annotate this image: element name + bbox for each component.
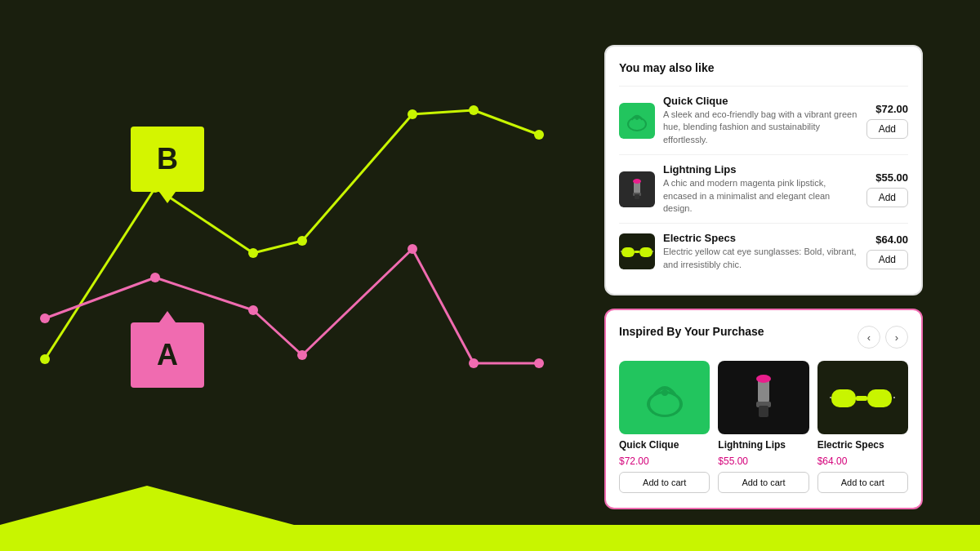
panel-inspired-title: Inspired By Your Purchase xyxy=(619,325,764,338)
panels-container: You may also like Quick Clique A sleek a… xyxy=(604,45,923,509)
next-arrow[interactable]: › xyxy=(885,326,908,349)
card-name-lightning-lips: Lightning Lips xyxy=(718,439,808,451)
product-info-lightning-lips: Lightning Lips A chic and modern magenta… xyxy=(663,163,858,215)
svg-point-27 xyxy=(650,393,679,415)
product-row-electric-specs: Electric Specs Electric yellow cat eye s… xyxy=(619,223,908,279)
panel-also-like: You may also like Quick Clique A sleek a… xyxy=(604,45,923,295)
product-info-electric-specs: Electric Specs Electric yellow cat eye s… xyxy=(663,232,858,271)
cards-row: Quick Clique $72.00 Add to cart Lightnin… xyxy=(619,361,908,493)
prev-arrow[interactable]: ‹ xyxy=(858,326,880,349)
product-thumb-quick-clique xyxy=(619,103,655,139)
svg-rect-32 xyxy=(759,406,768,417)
product-price-quick-clique: $72.00 xyxy=(875,103,908,115)
product-desc-electric-specs: Electric yellow cat eye sunglasses: Bold… xyxy=(663,246,858,271)
card-img-lightning-lips xyxy=(718,361,808,434)
svg-point-15 xyxy=(629,118,645,130)
card-electric-specs: Electric Specs $64.00 Add to cart xyxy=(817,361,908,493)
product-right-electric-specs: $64.00 Add xyxy=(866,233,908,269)
product-right-lightning-lips: $55.00 Add xyxy=(866,171,908,207)
panel-inspired-header: Inspired By Your Purchase ‹ › xyxy=(619,325,908,349)
product-name-electric-specs: Electric Specs xyxy=(663,232,858,244)
product-desc-lightning-lips: A chic and modern magenta pink lipstick,… xyxy=(663,177,858,215)
card-img-electric-specs xyxy=(817,361,908,434)
add-button-quick-clique[interactable]: Add xyxy=(866,119,908,139)
label-b: B xyxy=(131,127,204,192)
card-quick-clique: Quick Clique $72.00 Add to cart xyxy=(619,361,710,493)
add-button-lightning-lips[interactable]: Add xyxy=(866,188,908,207)
svg-point-31 xyxy=(756,375,771,383)
product-row-lightning-lips: Lightning Lips A chic and modern magenta… xyxy=(619,154,908,223)
product-thumb-electric-specs xyxy=(619,233,655,269)
product-price-electric-specs: $64.00 xyxy=(875,233,908,246)
cart-button-lightning-lips[interactable]: Add to cart xyxy=(718,472,808,493)
label-a: A xyxy=(131,322,204,388)
card-price-quick-clique: $72.00 xyxy=(619,455,710,467)
svg-point-19 xyxy=(633,179,641,184)
card-name-quick-clique: Quick Clique xyxy=(619,439,710,451)
cart-button-electric-specs[interactable]: Add to cart xyxy=(817,472,908,493)
svg-rect-20 xyxy=(635,194,639,199)
product-name-lightning-lips: Lightning Lips xyxy=(663,163,858,176)
svg-rect-21 xyxy=(621,247,635,257)
add-button-electric-specs[interactable]: Add xyxy=(866,250,908,269)
card-price-lightning-lips: $55.00 xyxy=(718,455,808,467)
card-name-electric-specs: Electric Specs xyxy=(817,439,908,451)
svg-rect-34 xyxy=(867,389,892,407)
product-name-quick-clique: Quick Clique xyxy=(663,95,858,107)
product-desc-quick-clique: A sleek and eco-friendly bag with a vibr… xyxy=(663,109,858,146)
card-img-quick-clique xyxy=(619,361,710,434)
product-row-quick-clique: Quick Clique A sleek and eco-friendly ba… xyxy=(619,86,908,154)
svg-point-16 xyxy=(635,117,639,120)
panel-also-like-title: You may also like xyxy=(619,61,908,74)
product-right-quick-clique: $72.00 Add xyxy=(866,103,908,139)
panel-inspired: Inspired By Your Purchase ‹ › Quick Cliq… xyxy=(604,309,923,509)
svg-rect-33 xyxy=(831,389,856,407)
svg-point-28 xyxy=(662,389,668,396)
product-info-quick-clique: Quick Clique A sleek and eco-friendly ba… xyxy=(663,95,858,146)
card-price-electric-specs: $64.00 xyxy=(817,455,908,467)
cart-button-quick-clique[interactable]: Add to cart xyxy=(619,472,710,493)
card-lightning-lips: Lightning Lips $55.00 Add to cart xyxy=(718,361,808,493)
svg-rect-35 xyxy=(856,396,867,401)
nav-arrows: ‹ › xyxy=(858,326,908,349)
svg-rect-22 xyxy=(639,247,653,257)
svg-rect-23 xyxy=(635,251,639,253)
product-price-lightning-lips: $55.00 xyxy=(875,171,908,184)
product-thumb-lightning-lips xyxy=(619,171,655,207)
